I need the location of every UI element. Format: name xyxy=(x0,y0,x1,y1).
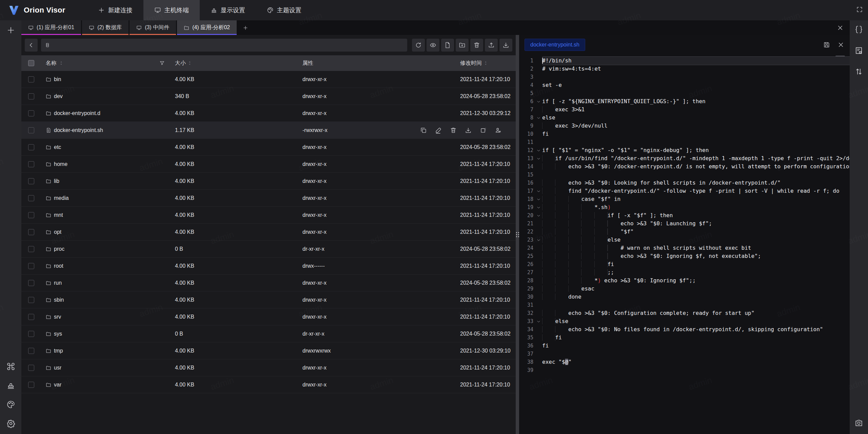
row-checkbox[interactable] xyxy=(28,161,34,167)
row-action-download-button[interactable] xyxy=(464,126,472,134)
row-checkbox[interactable] xyxy=(28,348,34,354)
code-text: else xyxy=(542,236,850,244)
fold-chevron-icon[interactable] xyxy=(535,154,542,163)
refresh-button[interactable] xyxy=(412,39,425,52)
nav-item-host-terminal[interactable]: 主机终端 xyxy=(143,0,200,20)
terminal-tab-1[interactable]: (1) 应用-分析01 xyxy=(21,20,81,35)
new-tab-button[interactable] xyxy=(238,20,253,35)
nav-item-new-connection[interactable]: 新建连接 xyxy=(87,0,143,20)
file-row-home[interactable]: home4.00 KBdrwxr-xr-x2021-11-24 17:20:10 xyxy=(21,156,516,173)
download-button[interactable] xyxy=(499,39,512,52)
left-rail-command-button[interactable] xyxy=(4,360,17,373)
file-row-docker-entrypoint.sh[interactable]: docker-entrypoint.sh1.17 KB-rwxrwxr-x xyxy=(21,122,516,139)
file-row-lib[interactable]: lib4.00 KBdrwxr-xr-x2021-11-24 17:20:10 xyxy=(21,173,516,190)
row-action-move-button[interactable] xyxy=(479,126,487,134)
right-rail-doc-bookmark-button[interactable] xyxy=(852,44,865,57)
file-row-dev[interactable]: dev340 Bdrwxr-xr-x2024-05-28 23:58:02 xyxy=(21,88,516,105)
row-checkbox[interactable] xyxy=(28,229,34,235)
row-checkbox[interactable] xyxy=(28,93,34,99)
row-checkbox[interactable] xyxy=(28,127,34,133)
nav-item-display-settings[interactable]: 显示设置 xyxy=(200,0,256,20)
eye-button[interactable] xyxy=(427,39,439,52)
file-row-etc[interactable]: etc4.00 KBdrwxr-xr-x2024-05-28 23:58:02 xyxy=(21,139,516,156)
file-row-bin[interactable]: bin4.00 KBdrwxr-xr-x2021-11-24 17:20:10 xyxy=(21,71,516,88)
open-file-tab[interactable]: docker-entrypoint.sh xyxy=(525,39,585,51)
row-action-trash-button[interactable] xyxy=(449,126,457,134)
sort-name-control[interactable] xyxy=(59,60,63,66)
right-rail-braces-button[interactable] xyxy=(852,23,865,36)
file-row-tmp[interactable]: tmp4.00 KBdrwxrwxrwx2021-12-30 03:29:10 xyxy=(21,342,516,359)
fold-chevron-icon[interactable] xyxy=(535,203,542,211)
file-row-root[interactable]: root4.00 KBdrwx------2021-11-24 17:20:10 xyxy=(21,258,516,275)
code-editor[interactable]: 1#!/bin/sh2# vim:sw=4:ts=4:et34set -e56i… xyxy=(519,55,850,434)
file-row-media[interactable]: media4.00 KBdrwxr-xr-x2021-11-24 17:20:1… xyxy=(21,190,516,207)
close-panel-button[interactable] xyxy=(837,24,844,31)
terminal-tab-3[interactable]: (3) 中间件 xyxy=(130,20,176,35)
file-attrs: drwxr-xr-x xyxy=(300,314,460,320)
row-action-edit-button[interactable] xyxy=(434,126,442,134)
new-folder-button[interactable] xyxy=(456,39,469,52)
file-row-var[interactable]: var4.00 KBdrwxr-xr-x2021-11-24 17:20:10 xyxy=(21,376,516,393)
left-rail-display-settings-button[interactable] xyxy=(4,379,17,392)
close-editor-button[interactable] xyxy=(837,41,844,48)
trash-button[interactable] xyxy=(470,39,483,52)
sort-mtime-control[interactable] xyxy=(484,60,488,66)
row-checkbox[interactable] xyxy=(28,195,34,201)
row-checkbox[interactable] xyxy=(28,178,34,184)
file-row-proc[interactable]: proc0 Bdr-xr-xr-x2024-05-28 23:58:02 xyxy=(21,241,516,258)
row-checkbox[interactable] xyxy=(28,263,34,269)
row-checkbox[interactable] xyxy=(28,246,34,252)
select-all-checkbox[interactable] xyxy=(28,60,34,66)
fold-chevron-icon[interactable] xyxy=(535,317,542,325)
fold-chevron-icon[interactable] xyxy=(535,114,542,122)
fold-chevron-icon[interactable] xyxy=(535,211,542,220)
fold-chevron-icon[interactable] xyxy=(535,146,542,154)
upload-button[interactable] xyxy=(485,39,498,52)
new-file-button[interactable] xyxy=(441,39,454,52)
filter-icon[interactable] xyxy=(159,60,165,66)
panel-splitter-handle[interactable] xyxy=(516,35,519,434)
right-rail-screenshot-button[interactable] xyxy=(852,416,865,429)
row-checkbox[interactable] xyxy=(28,314,34,320)
nav-item-theme-settings[interactable]: 主题设置 xyxy=(256,0,312,20)
left-rail-settings-button[interactable] xyxy=(4,417,17,430)
row-checkbox[interactable] xyxy=(28,331,34,337)
row-checkbox[interactable] xyxy=(28,76,34,82)
code-line-25: 25 echo >&3 "$0: Ignoring $f, not execut… xyxy=(519,252,850,260)
code-line-8: 8else xyxy=(519,114,850,122)
terminal-tab-4[interactable]: (4) 应用-分析02 xyxy=(177,20,237,35)
row-checkbox[interactable] xyxy=(28,110,34,116)
row-checkbox[interactable] xyxy=(28,144,34,150)
path-input[interactable] xyxy=(53,42,403,49)
row-checkbox[interactable] xyxy=(28,212,34,218)
fold-chevron-icon[interactable] xyxy=(535,97,542,106)
tab-underline xyxy=(21,34,81,35)
sort-size-control[interactable] xyxy=(188,60,192,66)
row-checkbox[interactable] xyxy=(28,280,34,286)
right-rail-sort-updown-button[interactable] xyxy=(852,65,865,78)
file-mtime: 2021-11-24 17:20:10 xyxy=(460,195,516,201)
file-row-sbin[interactable]: sbin4.00 KBdrwxr-xr-x2021-11-24 17:20:10 xyxy=(21,291,516,308)
row-action-copy-button[interactable] xyxy=(419,126,428,134)
row-checkbox[interactable] xyxy=(28,365,34,371)
back-button[interactable] xyxy=(25,39,38,52)
left-rail-new-tab-button[interactable] xyxy=(4,24,17,37)
fold-chevron-icon[interactable] xyxy=(535,187,542,195)
row-checkbox[interactable] xyxy=(28,382,34,388)
file-row-sys[interactable]: sys0 Bdr-xr-xr-x2024-05-28 23:58:02 xyxy=(21,325,516,342)
file-row-run[interactable]: run4.00 KBdrwxr-xr-x2024-05-28 23:58:02 xyxy=(21,275,516,291)
file-row-docker-entrypoint.d[interactable]: docker-entrypoint.d4.00 KBdrwxr-xr-x2021… xyxy=(21,105,516,122)
fullscreen-button[interactable] xyxy=(856,6,863,14)
row-checkbox[interactable] xyxy=(28,297,34,303)
file-row-usr[interactable]: usr4.00 KBdrwxr-xr-x2021-11-24 17:20:10 xyxy=(21,359,516,376)
code-line-17: 17 find "/docker-entrypoint.d/" -follow … xyxy=(519,187,850,195)
left-rail-theme-settings-button[interactable] xyxy=(4,398,17,411)
fold-chevron-icon[interactable] xyxy=(535,236,542,244)
fold-chevron-icon[interactable] xyxy=(535,195,542,203)
terminal-tab-2[interactable]: (2) 数据库 xyxy=(82,20,129,35)
file-row-srv[interactable]: srv4.00 KBdrwxr-xr-x2021-11-24 17:20:10 xyxy=(21,308,516,325)
save-button[interactable] xyxy=(823,41,830,48)
file-row-mnt[interactable]: mnt4.00 KBdrwxr-xr-x2021-11-24 17:20:10 xyxy=(21,207,516,224)
file-row-opt[interactable]: opt4.00 KBdrwxr-xr-x2021-11-24 17:20:10 xyxy=(21,224,516,241)
row-action-permission-button[interactable] xyxy=(494,126,502,134)
